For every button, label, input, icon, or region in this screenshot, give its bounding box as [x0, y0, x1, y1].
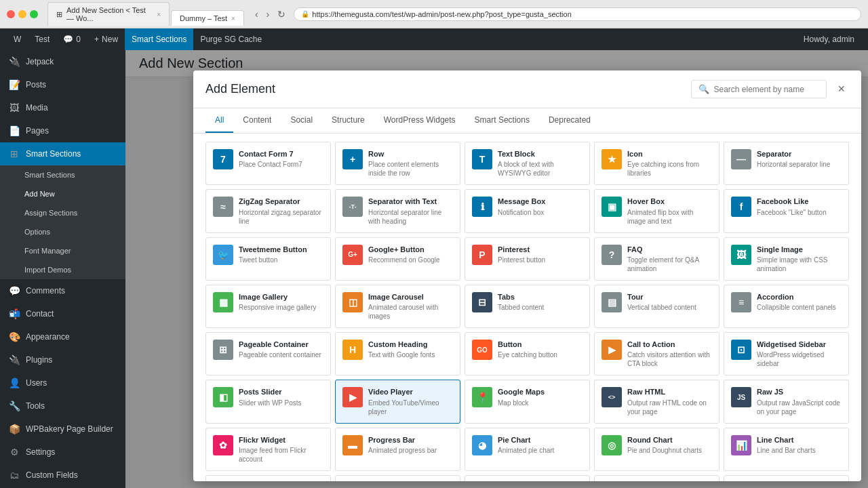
element-facebook-like[interactable]: f Facebook Like Facebook "Like" button	[724, 189, 849, 232]
element-contact-form-7[interactable]: 7 Contact Form 7 Place Contact Form7	[205, 142, 331, 185]
element-tabs[interactable]: ⊟ Tabs Tabbed content	[465, 285, 590, 328]
element-google-maps[interactable]: 📍 Google Maps Map block	[465, 380, 590, 423]
admin-bar-purge[interactable]: Purge SG Cache	[193, 28, 269, 50]
submenu-add-new[interactable]: Add New	[0, 184, 125, 203]
element-line-chart[interactable]: 📊 Line Chart Line and Bar charts	[724, 428, 849, 471]
search-input[interactable]	[713, 85, 815, 94]
submenu-add-new-label: Add New	[24, 190, 55, 198]
admin-bar-smart-sections[interactable]: Smart Sections	[125, 28, 193, 50]
submenu-assign-sections[interactable]: Assign Sections	[0, 203, 125, 222]
element-round-chart[interactable]: ◎ Round Chart Pie and Doughnut charts	[594, 428, 719, 471]
element-raw-html[interactable]: <> Raw HTML Output raw HTML code on your…	[594, 380, 719, 423]
submenu-smart-sections[interactable]: Smart Sections	[0, 165, 125, 184]
admin-bar-comments[interactable]: 💬 0	[56, 28, 87, 50]
element-hover-box[interactable]: ▣ Hover Box Animated flip box with image…	[594, 189, 719, 232]
minimize-dot	[18, 10, 26, 18]
forward-button[interactable]: ›	[264, 7, 273, 21]
element-custom-heading[interactable]: H Custom Heading Text with Google fonts	[335, 332, 460, 375]
element-call-to-action[interactable]: ▶ Call to Action Catch visitors attentio…	[594, 332, 719, 375]
image-carousel-desc: Animated carousel with images	[368, 303, 453, 321]
sidebar-item-comments[interactable]: 💬 Comments	[0, 279, 125, 302]
tab-social[interactable]: Social	[281, 108, 322, 133]
element-single-image[interactable]: 🖼 Single Image Simple image with CSS ani…	[724, 237, 849, 281]
raw-html-desc: Output raw HTML code on your page	[627, 399, 712, 416]
tab-content[interactable]: Content	[233, 108, 281, 133]
browser-tab-2[interactable]: Dummy – Test ×	[171, 10, 244, 26]
tab-close-icon[interactable]: ×	[157, 11, 161, 18]
element-post-masonry[interactable]: ⊞ Post Masonry Grid Posts, pages or cust…	[594, 475, 719, 481]
howdy-label: Howdy, admin	[797, 28, 861, 50]
browser-tab-active[interactable]: ⊞ Add New Section < Test — Wo... ×	[47, 2, 170, 26]
element-text-block[interactable]: T Text Block A block of text with WYSIWY…	[465, 142, 590, 185]
element-icon-el[interactable]: ★ Icon Eye catching icons from libraries	[594, 142, 719, 185]
element-masonry-media[interactable]: ⊞ Masonry Media Grid Masonry media grid …	[724, 475, 849, 481]
sidebar-item-custom-fields[interactable]: 🗂 Custom Fields	[0, 464, 125, 487]
sidebar-item-smart-sections[interactable]: ⊞ Smart Sections	[0, 142, 125, 165]
browser-url-bar[interactable]: 🔒 https://themegusta.com/test/wp-admin/p…	[294, 7, 861, 21]
submenu-options[interactable]: Options	[0, 222, 125, 241]
element-pie-chart[interactable]: ◕ Pie Chart Animated pie chart	[465, 428, 590, 471]
element-faq[interactable]: ? FAQ Toggle element for Q&A animation	[594, 237, 719, 281]
sidebar-item-appearance[interactable]: 🎨 Appearance	[0, 325, 125, 348]
element-media-grid[interactable]: ⊞ Media Grid Media grid from Media Libra…	[465, 475, 590, 481]
refresh-button[interactable]: ↻	[275, 7, 288, 21]
element-image-carousel[interactable]: ◫ Image Carousel Animated carousel with …	[335, 285, 460, 328]
wp-logo-item[interactable]: W	[7, 28, 28, 50]
faq-icon: ?	[601, 245, 622, 265]
sidebar-item-settings[interactable]: ⚙ Settings	[0, 441, 125, 464]
smart-sections-sidebar-label: Smart Sections	[26, 149, 81, 159]
element-tweetmeme[interactable]: 🐦 Tweetmeme Button Tweet button	[205, 237, 331, 281]
admin-bar-new[interactable]: + New	[87, 28, 125, 50]
custom-heading-name: Custom Heading	[368, 340, 453, 349]
tab-structure[interactable]: Structure	[322, 108, 374, 133]
element-post-grid[interactable]: ⊞ Post Grid Posts, pages or custom posts…	[335, 475, 460, 481]
element-google-plus[interactable]: G+ Google+ Button Recommend on Google	[335, 237, 460, 281]
modal-search-box[interactable]: 🔍	[691, 80, 827, 98]
element-zigzag[interactable]: ≈ ZigZag Separator Horizontal zigzag sep…	[205, 189, 331, 232]
accordion-icon: ≡	[731, 292, 751, 312]
element-button[interactable]: GO Button Eye catching button	[465, 332, 590, 375]
element-posts-slider[interactable]: ◧ Posts Slider Slider with WP Posts	[205, 380, 331, 423]
browser-navigation: ‹ › ↻	[252, 7, 288, 21]
element-pinterest[interactable]: P Pinterest Pinterest button	[465, 237, 590, 281]
element-pageable[interactable]: ⊞ Pageable Container Pageable content co…	[205, 332, 331, 375]
element-raw-js[interactable]: JS Raw JS Output raw JavaScript code on …	[724, 380, 849, 423]
element-progress-bar[interactable]: ▬ Progress Bar Animated progress bar	[335, 428, 460, 471]
element-row[interactable]: + Row Place content elements inside the …	[335, 142, 460, 185]
submenu-font-manager[interactable]: Font Manager	[0, 241, 125, 260]
modal-overlay[interactable]: Add Element 🔍 × All Content Social Struc…	[125, 50, 868, 488]
element-separator-text[interactable]: -T- Separator with Text Horizontal separ…	[335, 189, 460, 232]
element-image-gallery[interactable]: ▦ Image Gallery Responsive image gallery	[205, 285, 331, 328]
sidebar-item-wpbakery[interactable]: 📦 WPBakery Page Builder	[0, 418, 125, 441]
element-separator[interactable]: — Separator Horizontal separator line	[724, 142, 849, 185]
separator-desc: Horizontal separator line	[757, 160, 842, 169]
element-empty-space[interactable]: □ Empty Space Blank space with custom he…	[205, 475, 331, 481]
tab-smart-sections[interactable]: Smart Sections	[465, 108, 539, 133]
raw-js-name: Raw JS	[757, 387, 842, 396]
sidebar-item-users[interactable]: 👤 Users	[0, 371, 125, 394]
main-layout: 🔌 Jetpack 📝 Posts 🖼 Media 📄 Pages ⊞ Smar…	[0, 50, 868, 488]
element-message-box[interactable]: ℹ Message Box Notification box	[465, 189, 590, 232]
sidebar-item-posts[interactable]: 📝 Posts	[0, 73, 125, 96]
back-button[interactable]: ‹	[252, 7, 261, 21]
modal-close-button[interactable]: ×	[833, 81, 849, 98]
element-widgetised-sidebar[interactable]: ⊡ Widgetised Sidebar WordPress widgetise…	[724, 332, 849, 375]
tab-wordpress-widgets[interactable]: WordPress Widgets	[374, 108, 465, 133]
tab2-close-icon[interactable]: ×	[231, 15, 235, 22]
element-video-player[interactable]: ▶ Video Player Embed YouTube/Vimeo playe…	[335, 380, 460, 423]
sidebar-item-contact[interactable]: 📬 Contact	[0, 302, 125, 325]
submenu-import-demos[interactable]: Import Demos	[0, 260, 125, 279]
sidebar-item-pages[interactable]: 📄 Pages	[0, 119, 125, 142]
sidebar-item-jetpack[interactable]: 🔌 Jetpack	[0, 50, 125, 73]
row-icon: +	[342, 149, 363, 169]
sidebar-item-media[interactable]: 🖼 Media	[0, 96, 125, 119]
element-tour[interactable]: ▤ Tour Vertical tabbed content	[594, 285, 719, 328]
admin-bar-site[interactable]: Test	[28, 28, 56, 50]
sidebar-item-plugins[interactable]: 🔌 Plugins	[0, 348, 125, 371]
element-accordion[interactable]: ≡ Accordion Collapsible content panels	[724, 285, 849, 328]
pie-chart-info: Pie Chart Animated pie chart	[498, 435, 583, 455]
element-flickr[interactable]: ✿ Flickr Widget Image feed from Flickr a…	[205, 428, 331, 471]
tab-deprecated[interactable]: Deprecated	[539, 108, 600, 133]
tab-all[interactable]: All	[205, 108, 233, 133]
sidebar-item-tools[interactable]: 🔧 Tools	[0, 394, 125, 418]
